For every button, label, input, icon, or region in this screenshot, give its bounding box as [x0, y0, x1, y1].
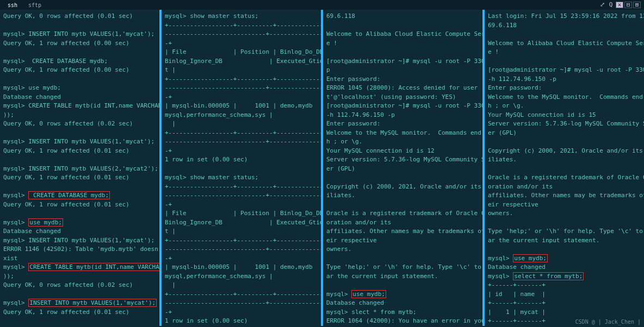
header: ssh sftp ⤢ Q ✕ ⊟ ⊞: [0, 0, 644, 10]
terminal-col-1[interactable]: Query OK, 0 rows affected (0.01 sec) mys…: [0, 10, 162, 326]
highlight: INSERT INTO mytb VALUES(1,'mycat');: [28, 299, 157, 307]
terminal-col-4[interactable]: Last login: Fri Jul 15 23:59:16 2022 fro…: [485, 10, 644, 326]
highlight: select * from mytb;: [513, 272, 584, 280]
watermark: CSDN @ | Jack_Chen |: [575, 318, 641, 326]
terminal-col-3[interactable]: 69.6.118 Welcome to Alibaba Cloud Elasti…: [323, 10, 485, 326]
window-tools: ⤢ Q ✕ ⊟ ⊞: [598, 2, 641, 8]
tab-sftp[interactable]: sftp: [24, 1, 46, 10]
highlight: CREATE TABLE mytb(id INT,name VARCHAR(30: [28, 263, 162, 271]
highlight: use mydb;: [513, 254, 548, 262]
highlight: use mydb;: [28, 218, 63, 227]
search-icon[interactable]: Q: [607, 2, 615, 8]
highlight: CREATE DATABASE mydb;: [28, 191, 110, 199]
close-icon[interactable]: ✕: [616, 2, 623, 8]
terminal-col-2[interactable]: mysql> show master status; +------------…: [162, 10, 323, 326]
expand-icon[interactable]: ⤢: [598, 2, 606, 8]
split-v-icon[interactable]: ⊞: [633, 2, 641, 8]
tab-ssh[interactable]: ssh: [3, 1, 22, 10]
terminal-columns: Query OK, 0 rows affected (0.01 sec) mys…: [0, 10, 644, 326]
split-h-icon[interactable]: ⊟: [624, 2, 632, 8]
highlight: use mydb;: [351, 290, 386, 298]
tabs: ssh sftp: [3, 1, 46, 10]
